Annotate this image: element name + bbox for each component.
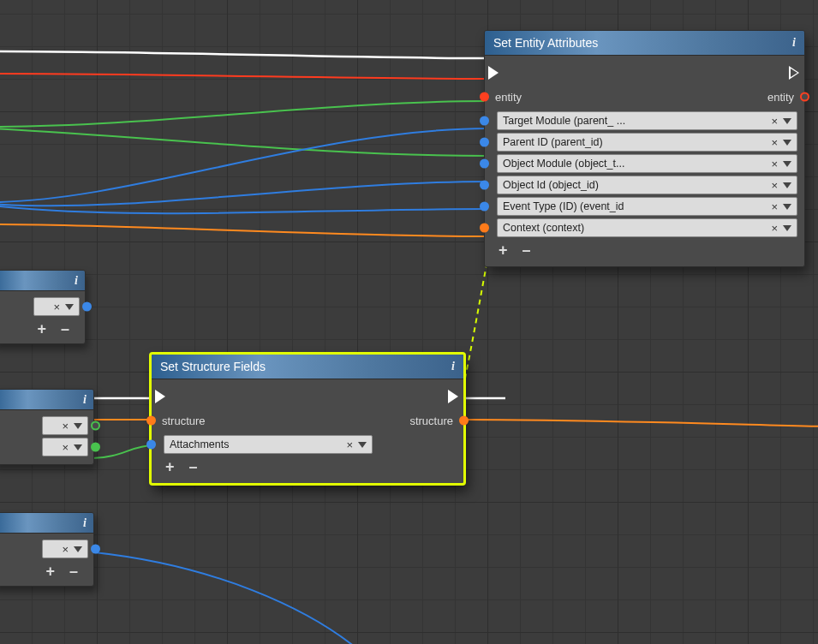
node-set-structure-fields[interactable]: Set Structure Fields i structure structu… <box>150 353 465 485</box>
port-in[interactable] <box>480 159 489 169</box>
partial-node-1[interactable]: i × + – <box>0 270 86 344</box>
prop-field[interactable]: Object Id (object_id) × <box>497 176 797 194</box>
dropdown-icon[interactable] <box>65 304 74 310</box>
dropdown-icon[interactable] <box>783 161 791 167</box>
port-out[interactable] <box>82 302 92 312</box>
prop-field[interactable]: Attachments × <box>164 435 373 454</box>
port-in[interactable] <box>480 202 489 212</box>
port-out[interactable] <box>91 421 100 431</box>
dropdown-icon[interactable] <box>74 546 82 552</box>
exec-out-icon[interactable] <box>448 390 458 403</box>
entity-row: entity entity <box>492 85 797 109</box>
prop-field[interactable]: Event Type (ID) (event_id × <box>497 197 797 216</box>
node-header[interactable]: Set Structure Fields i <box>152 355 463 379</box>
clear-icon[interactable]: × <box>769 158 779 170</box>
partial-node-3[interactable]: i × + – <box>0 512 94 587</box>
prop-attachments[interactable]: Attachments × <box>158 435 373 454</box>
prop-event-type[interactable]: Event Type (ID) (event_id × <box>492 197 797 216</box>
port-in[interactable] <box>480 138 489 147</box>
info-icon[interactable]: i <box>792 36 796 50</box>
prop-target-module[interactable]: Target Module (parent_ ... × <box>492 111 797 130</box>
port-in[interactable] <box>146 440 156 450</box>
prop-context[interactable]: Context (context) × <box>492 218 797 237</box>
exec-row <box>158 385 457 408</box>
port-in[interactable] <box>480 116 489 126</box>
exec-out-icon[interactable] <box>789 66 799 80</box>
dropdown-icon[interactable] <box>783 140 791 146</box>
exec-in-icon[interactable] <box>488 66 499 80</box>
add-remove-buttons[interactable]: + – <box>158 456 457 476</box>
prop-field[interactable]: Parent ID (parent_id) × <box>497 133 797 152</box>
port-entity-out[interactable] <box>800 92 809 102</box>
info-icon[interactable]: i <box>75 274 78 288</box>
dropdown-icon[interactable] <box>783 182 791 188</box>
add-remove-buttons[interactable]: + – <box>0 561 88 581</box>
clear-icon[interactable]: × <box>769 179 779 192</box>
info-icon[interactable]: i <box>451 360 455 373</box>
port-in[interactable] <box>480 224 489 233</box>
add-remove-buttons[interactable]: + – <box>492 240 797 259</box>
clear-icon[interactable]: × <box>769 136 779 149</box>
prop-parent-id[interactable]: Parent ID (parent_id) × <box>492 133 797 152</box>
dropdown-icon[interactable] <box>783 225 791 231</box>
port-structure-out[interactable] <box>459 416 469 426</box>
add-remove-buttons[interactable]: + – <box>0 319 80 338</box>
clear-icon[interactable]: × <box>769 222 779 235</box>
clear-icon[interactable]: × <box>60 420 70 432</box>
clear-icon[interactable]: × <box>60 543 70 556</box>
node-header[interactable]: Set Entity Attributes i <box>485 31 804 56</box>
port-out[interactable] <box>91 545 100 554</box>
clear-icon[interactable]: × <box>769 115 779 128</box>
prop-object-id[interactable]: Object Id (object_id) × <box>492 176 797 194</box>
node-title: Set Entity Attributes <box>493 36 598 50</box>
partial-node-2[interactable]: i × × <box>0 389 94 465</box>
dropdown-icon[interactable] <box>783 118 791 124</box>
port-in[interactable] <box>480 181 489 190</box>
dropdown-icon[interactable] <box>74 423 82 429</box>
clear-icon[interactable]: × <box>60 441 70 454</box>
exec-row <box>492 61 797 85</box>
clear-icon[interactable]: × <box>51 301 62 313</box>
info-icon[interactable]: i <box>83 516 87 530</box>
info-icon[interactable]: i <box>83 393 87 407</box>
clear-icon[interactable]: × <box>344 438 355 451</box>
dropdown-icon[interactable] <box>783 204 791 210</box>
entity-out-label: entity <box>764 91 797 104</box>
port-entity-in[interactable] <box>480 92 489 102</box>
dropdown-icon[interactable] <box>74 444 82 450</box>
clear-icon[interactable]: × <box>769 200 779 213</box>
port-out[interactable] <box>91 443 100 452</box>
structure-in-label: structure <box>158 414 209 427</box>
structure-row: structure structure <box>158 408 457 432</box>
prop-field[interactable]: × <box>42 416 88 435</box>
port-structure-in[interactable] <box>146 416 156 426</box>
prop-object-module[interactable]: Object Module (object_t... × <box>492 154 797 173</box>
node-set-entity-attributes[interactable]: Set Entity Attributes i entity entity <box>484 30 805 267</box>
prop-field[interactable]: × <box>42 438 88 456</box>
prop-field[interactable]: Target Module (parent_ ... × <box>497 111 797 130</box>
node-title: Set Structure Fields <box>160 360 266 373</box>
prop-field[interactable]: Object Module (object_t... × <box>497 154 797 173</box>
prop-field[interactable]: × <box>33 297 80 316</box>
entity-in-label: entity <box>492 91 525 104</box>
structure-out-label: structure <box>406 414 457 427</box>
prop-field[interactable]: Context (context) × <box>497 218 797 237</box>
prop-field[interactable]: × <box>42 540 88 558</box>
exec-in-icon[interactable] <box>155 390 165 403</box>
dropdown-icon[interactable] <box>358 442 367 448</box>
